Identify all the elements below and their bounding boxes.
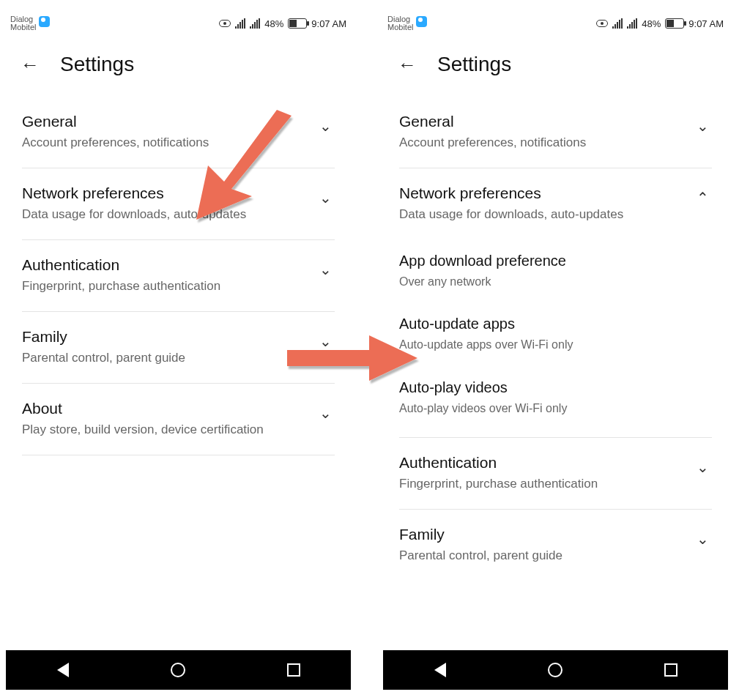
row-sub: Auto-update apps over Wi-Fi only [399,337,712,353]
carrier-2: Mobitel [10,23,36,31]
page-title: Settings [437,53,511,76]
carrier-2: Mobitel [387,23,413,31]
notification-icon [416,16,427,27]
nav-back-icon[interactable] [434,663,446,677]
signal-icon-2 [250,18,260,29]
row-authentication[interactable]: Authentication Fingerprint, purchase aut… [22,240,335,312]
nav-back-icon[interactable] [57,663,69,677]
row-title: App download preference [399,253,712,269]
status-right: 48% 9:07 AM [219,18,346,29]
nav-recent-icon[interactable] [287,663,300,677]
settings-list: General Account preferences, notificatio… [383,97,728,650]
android-nav-bar [383,650,728,690]
chevron-down-icon: ⌄ [316,189,335,206]
row-general[interactable]: General Account preferences, notificatio… [399,97,712,168]
status-left: Dialog Mobitel [387,15,427,31]
row-title: About [22,400,316,417]
row-sub: Account preferences, notifications [22,135,316,152]
row-network-preferences[interactable]: Network preferences Data usage for downl… [399,168,712,239]
row-title: Family [22,328,316,346]
row-sub: Over any network [399,274,712,290]
row-sub: Fingerprint, purchase authentication [22,278,316,295]
row-title: Auto-update apps [399,316,712,332]
phone-right: Dialog Mobitel 48% 9:07 AM ← Settings G [383,10,728,690]
back-icon[interactable]: ← [398,55,417,74]
status-left: Dialog Mobitel [10,15,50,31]
battery-percent: 48% [264,18,283,29]
row-title: Network preferences [399,185,693,202]
page-title: Settings [60,53,134,76]
row-auto-update-apps[interactable]: Auto-update apps Auto-update apps over W… [399,302,712,366]
app-bar: ← Settings [6,37,351,97]
battery-icon [665,18,684,29]
row-sub: Parental control, parent guide [22,350,316,367]
row-sub: Play store, build version, device certif… [22,422,316,439]
row-title: Network preferences [22,185,316,202]
chevron-down-icon: ⌄ [316,117,335,135]
chevron-up-icon: ⌃ [693,189,712,206]
row-title: Family [399,526,693,543]
status-bar: Dialog Mobitel 48% 9:07 AM [6,10,351,37]
battery-percent: 48% [642,18,661,29]
row-sub: Fingerprint, purchase authentication [399,476,693,493]
row-sub: Parental control, parent guide [399,548,693,565]
chevron-down-icon: ⌄ [693,458,712,476]
row-auto-play-videos[interactable]: Auto-play videos Auto-play videos over W… [399,366,712,438]
chevron-down-icon: ⌄ [316,261,335,278]
status-right: 48% 9:07 AM [596,18,724,29]
eye-comfort-icon [596,20,608,27]
chevron-down-icon: ⌄ [316,404,335,422]
chevron-down-icon: ⌄ [693,117,712,135]
row-title: General [22,113,316,130]
row-sub: Account preferences, notifications [399,135,693,152]
row-about[interactable]: About Play store, build version, device … [22,384,335,455]
app-bar: ← Settings [383,37,728,97]
nav-recent-icon[interactable] [664,663,677,677]
status-bar: Dialog Mobitel 48% 9:07 AM [383,10,728,37]
settings-list: General Account preferences, notificatio… [6,97,351,650]
signal-icon-1 [612,18,623,29]
nav-home-icon[interactable] [548,663,562,677]
clock: 9:07 AM [311,18,346,29]
row-authentication[interactable]: Authentication Fingerprint, purchase aut… [399,438,712,510]
back-icon[interactable]: ← [21,55,40,74]
chevron-down-icon: ⌄ [693,530,712,548]
signal-icon-1 [235,18,245,29]
row-title: Auto-play videos [399,379,712,396]
signal-icon-2 [627,18,637,29]
phone-left: Dialog Mobitel 48% 9:07 AM ← Settings G [6,10,351,690]
row-title: Authentication [22,256,316,274]
android-nav-bar [6,650,351,690]
row-title: Authentication [399,454,693,472]
row-title: General [399,113,693,130]
row-family[interactable]: Family Parental control, parent guide ⌄ [22,312,335,384]
notification-icon [39,16,50,27]
eye-comfort-icon [219,20,231,27]
row-sub: Data usage for downloads, auto-updates [22,206,316,223]
clock: 9:07 AM [688,18,724,29]
row-general[interactable]: General Account preferences, notificatio… [22,97,335,168]
battery-icon [288,18,307,29]
row-network-preferences[interactable]: Network preferences Data usage for downl… [22,168,335,240]
row-sub: Data usage for downloads, auto-updates [399,206,693,223]
chevron-down-icon: ⌄ [316,332,335,350]
nav-home-icon[interactable] [171,663,185,677]
row-family[interactable]: Family Parental control, parent guide ⌄ [399,510,712,581]
row-app-download-preference[interactable]: App download preference Over any network [399,239,712,303]
row-sub: Auto-play videos over Wi-Fi only [399,401,712,417]
